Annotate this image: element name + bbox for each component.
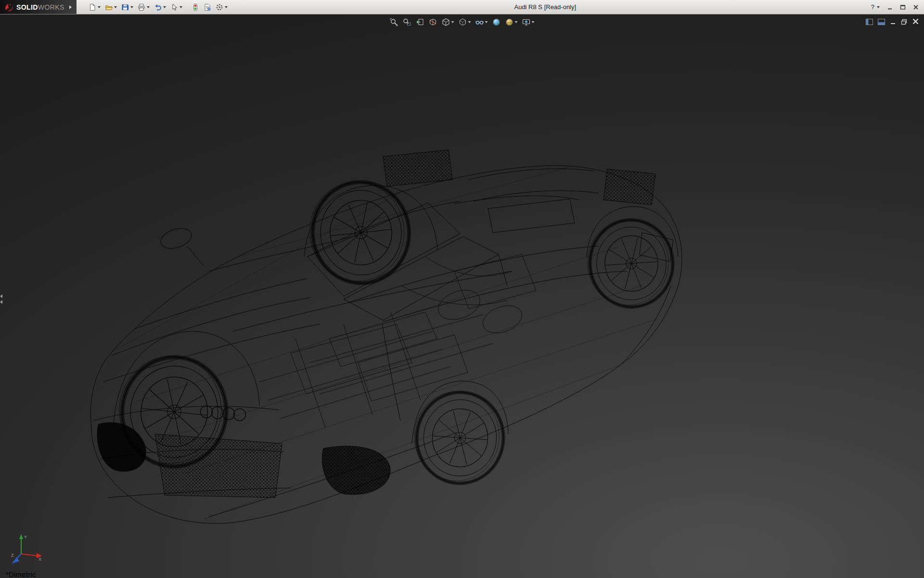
- minimize-icon: [887, 4, 893, 10]
- rear-vents: [383, 150, 655, 233]
- file-properties-icon: [204, 3, 211, 11]
- dropdown-caret-icon[interactable]: [468, 21, 471, 23]
- window-title: Audi R8 S [Read-only]: [514, 3, 576, 11]
- split-pane-vertical-button[interactable]: [866, 18, 873, 27]
- collapse-left-icon: [0, 300, 2, 304]
- view-orientation-button[interactable]: [441, 17, 455, 27]
- minimize-button[interactable]: [886, 3, 894, 12]
- close-button[interactable]: [911, 3, 920, 12]
- options-gear-icon: [216, 3, 223, 11]
- solidworks-logo-icon: [4, 2, 13, 12]
- section-view-button[interactable]: [428, 17, 438, 27]
- chassis-lines: [259, 254, 536, 428]
- dropdown-caret-icon[interactable]: [877, 6, 880, 8]
- dropdown-caret-icon[interactable]: [130, 6, 133, 8]
- previous-view-button[interactable]: [415, 17, 425, 27]
- solidworks-wordmark: SOLIDWORKS: [16, 3, 64, 11]
- print-button[interactable]: [136, 0, 151, 14]
- save-floppy-icon: [121, 3, 129, 11]
- menu-expand-arrow-icon[interactable]: [69, 5, 72, 9]
- dropdown-caret-icon[interactable]: [98, 6, 101, 8]
- y-axis-arrow-icon: [19, 534, 23, 539]
- y-axis-label: Y: [24, 535, 27, 539]
- document-close-button[interactable]: [912, 18, 919, 27]
- edit-appearance-sphere-icon: [492, 18, 501, 26]
- save-button[interactable]: [120, 0, 135, 14]
- undo-arrow-icon: [154, 3, 162, 11]
- document-restore-button[interactable]: [901, 18, 907, 27]
- rebuild-button[interactable]: [190, 0, 201, 14]
- open-folder-icon: [105, 3, 113, 11]
- zoom-to-fit-icon: [390, 18, 398, 26]
- zoom-to-area-button[interactable]: [402, 17, 412, 27]
- view-settings-button[interactable]: [522, 17, 535, 27]
- dropdown-caret-icon[interactable]: [225, 6, 228, 8]
- rebuild-stoplight-icon: [192, 3, 199, 11]
- heads-up-toolbar: [389, 17, 535, 27]
- document-minimize-icon: [890, 19, 896, 25]
- main-toolbar: [87, 0, 229, 14]
- hide-show-items-button[interactable]: [475, 17, 488, 27]
- open-button[interactable]: [103, 0, 118, 14]
- front-grille[interactable]: [155, 434, 282, 498]
- viewport-window-controls: [866, 18, 919, 27]
- x-axis-label: X: [38, 557, 41, 562]
- print-icon: [138, 3, 145, 11]
- split-pane-horizontal-icon: [878, 19, 885, 25]
- options-button[interactable]: [214, 0, 229, 14]
- hide-show-items-glasses-icon: [475, 18, 484, 26]
- z-axis-label: Z: [11, 553, 14, 558]
- zoom-to-area-icon: [403, 18, 411, 26]
- orientation-triad: Y X Z: [11, 532, 44, 567]
- front-right-wheel[interactable]: [411, 389, 506, 486]
- window-caption-controls: ?: [871, 0, 920, 14]
- maximize-button[interactable]: [898, 3, 907, 12]
- zoom-to-fit-button[interactable]: [389, 17, 399, 27]
- dropdown-caret-icon[interactable]: [114, 6, 117, 8]
- dropdown-caret-icon[interactable]: [147, 6, 150, 8]
- rear-right-wheel[interactable]: [585, 217, 676, 310]
- dropdown-caret-icon[interactable]: [532, 21, 535, 23]
- display-style-button[interactable]: [458, 17, 472, 27]
- collapse-left-icon: [0, 294, 2, 298]
- car-wireframe-model[interactable]: [89, 112, 683, 531]
- dropdown-caret-icon[interactable]: [180, 6, 182, 8]
- document-minimize-button[interactable]: [890, 18, 896, 27]
- previous-view-icon: [416, 18, 424, 26]
- new-document-icon: [89, 3, 96, 11]
- split-pane-horizontal-button[interactable]: [878, 18, 885, 27]
- apply-scene-button[interactable]: [505, 17, 518, 27]
- solidworks-logo[interactable]: SOLIDWORKS: [0, 0, 77, 14]
- z-axis-arrow-icon: [12, 557, 19, 564]
- dropdown-caret-icon[interactable]: [163, 6, 166, 8]
- side-mirror[interactable]: [158, 225, 204, 266]
- graphics-viewport[interactable]: Y X Z *Dimetric: [0, 14, 924, 578]
- dropdown-caret-icon[interactable]: [515, 21, 518, 23]
- section-view-icon: [429, 18, 437, 26]
- new-document-button[interactable]: [87, 0, 102, 14]
- select-cursor-icon: [170, 3, 178, 11]
- dropdown-caret-icon[interactable]: [451, 21, 454, 23]
- close-icon: [913, 4, 919, 10]
- edit-appearance-button[interactable]: [492, 17, 501, 27]
- split-pane-vertical-icon: [866, 19, 873, 25]
- dropdown-caret-icon[interactable]: [485, 21, 488, 23]
- title-bar: SOLIDWORKS: [0, 0, 924, 14]
- file-properties-button[interactable]: [202, 0, 213, 14]
- select-button[interactable]: [169, 0, 184, 14]
- view-orientation-label: *Dimetric: [6, 570, 36, 578]
- wheel-arches: [114, 185, 678, 444]
- apply-scene-sphere-icon: [505, 18, 514, 26]
- view-settings-icon: [522, 18, 531, 26]
- greenhouse[interactable]: [233, 196, 627, 331]
- maximize-icon: [900, 4, 906, 10]
- document-close-icon: [912, 18, 919, 25]
- help-button[interactable]: ?: [871, 3, 880, 11]
- display-style-icon: [459, 18, 467, 26]
- document-restore-icon: [901, 19, 907, 25]
- feature-panel-splitter[interactable]: [0, 290, 5, 308]
- undo-button[interactable]: [153, 0, 167, 14]
- view-orientation-cube-icon: [442, 18, 450, 26]
- headlight: [97, 422, 146, 472]
- help-label: ?: [871, 3, 874, 11]
